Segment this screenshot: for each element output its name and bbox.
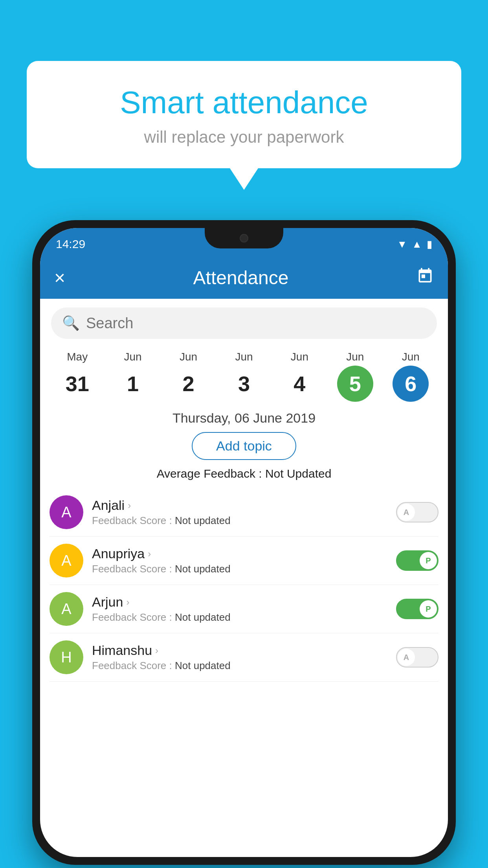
- calendar-day-item[interactable]: Jun4: [272, 351, 327, 402]
- calendar-icon: [416, 267, 434, 285]
- attendance-toggle[interactable]: A: [396, 647, 438, 668]
- student-name: Anjali ›: [92, 498, 387, 513]
- wifi-icon: ▼: [397, 238, 407, 250]
- cal-day-number[interactable]: 6: [393, 366, 429, 402]
- calendar-row: May31Jun1Jun2Jun3Jun4Jun5Jun6: [40, 348, 448, 402]
- student-info: Himanshu ›Feedback Score : Not updated: [92, 643, 387, 672]
- attendance-toggle[interactable]: P: [396, 599, 438, 619]
- phone-frame: 14:29 ▼ ▲ ▮ × Attendance 🔍: [32, 220, 456, 865]
- avg-feedback: Average Feedback : Not Updated: [40, 467, 448, 480]
- search-bar[interactable]: 🔍: [51, 307, 437, 339]
- calendar-day-item[interactable]: Jun2: [161, 351, 216, 402]
- student-item[interactable]: AAnjali ›Feedback Score : Not updatedA: [50, 488, 438, 537]
- student-name: Himanshu ›: [92, 643, 387, 658]
- feedback-value: Not updated: [175, 563, 231, 575]
- cal-month-label: Jun: [346, 351, 364, 363]
- cal-month-label: Jun: [402, 351, 420, 363]
- chevron-right-icon: ›: [148, 548, 151, 559]
- feedback-value: Not updated: [175, 515, 231, 526]
- cal-month-label: Jun: [124, 351, 142, 363]
- calendar-day-item[interactable]: Jun6: [383, 351, 438, 402]
- close-button[interactable]: ×: [54, 267, 65, 289]
- cal-day-number[interactable]: 5: [337, 366, 373, 402]
- student-item[interactable]: HHimanshu ›Feedback Score : Not updatedA: [50, 633, 438, 682]
- calendar-day-item[interactable]: Jun5: [327, 351, 383, 402]
- student-name: Anupriya ›: [92, 546, 387, 561]
- avg-feedback-label: Average Feedback :: [157, 467, 265, 480]
- student-info: Anjali ›Feedback Score : Not updated: [92, 498, 387, 527]
- toggle-thumb: P: [420, 552, 437, 569]
- student-info: Anupriya ›Feedback Score : Not updated: [92, 546, 387, 575]
- selected-date: Thursday, 06 June 2019: [40, 410, 448, 426]
- toggle-track: A: [396, 502, 438, 522]
- battery-icon: ▮: [427, 238, 432, 250]
- speech-bubble: Smart attendance will replace your paper…: [27, 61, 461, 168]
- student-avatar: A: [50, 495, 83, 529]
- student-item[interactable]: AAnupriya ›Feedback Score : Not updatedP: [50, 537, 438, 585]
- toggle-thumb: A: [398, 649, 415, 666]
- student-feedback: Feedback Score : Not updated: [92, 611, 387, 623]
- calendar-day-item[interactable]: Jun1: [105, 351, 160, 402]
- search-icon: 🔍: [62, 315, 80, 331]
- cal-day-number[interactable]: 4: [281, 366, 317, 402]
- toggle-track: P: [396, 550, 438, 571]
- chevron-right-icon: ›: [155, 645, 158, 656]
- toggle-track: A: [396, 647, 438, 668]
- camera-dot: [240, 234, 248, 243]
- cal-day-number[interactable]: 31: [59, 366, 95, 402]
- speech-bubble-container: Smart attendance will replace your paper…: [27, 61, 461, 168]
- student-avatar: A: [50, 544, 83, 577]
- screen-content: 🔍 May31Jun1Jun2Jun3Jun4Jun5Jun6 Thursday…: [40, 299, 448, 682]
- avg-feedback-value: Not Updated: [265, 467, 331, 480]
- cal-day-number[interactable]: 1: [115, 366, 151, 402]
- bubble-title: Smart attendance: [46, 85, 442, 121]
- toggle-thumb: P: [420, 600, 437, 618]
- phone-inner: 14:29 ▼ ▲ ▮ × Attendance 🔍: [40, 228, 448, 857]
- cal-day-number[interactable]: 3: [226, 366, 262, 402]
- header-title: Attendance: [65, 267, 416, 289]
- phone-notch: [205, 228, 283, 248]
- calendar-button[interactable]: [416, 267, 434, 288]
- student-item[interactable]: AArjun ›Feedback Score : Not updatedP: [50, 585, 438, 633]
- student-feedback: Feedback Score : Not updated: [92, 660, 387, 672]
- status-icons: ▼ ▲ ▮: [397, 238, 432, 250]
- attendance-toggle[interactable]: P: [396, 550, 438, 571]
- student-info: Arjun ›Feedback Score : Not updated: [92, 594, 387, 623]
- search-input[interactable]: [86, 315, 426, 332]
- student-avatar: A: [50, 592, 83, 626]
- student-feedback: Feedback Score : Not updated: [92, 563, 387, 575]
- status-time: 14:29: [56, 237, 85, 251]
- chevron-right-icon: ›: [126, 597, 129, 608]
- app-header: × Attendance: [40, 256, 448, 299]
- toggle-track: P: [396, 599, 438, 619]
- feedback-value: Not updated: [175, 611, 231, 623]
- cal-month-label: Jun: [235, 351, 253, 363]
- cal-day-number[interactable]: 2: [171, 366, 207, 402]
- cal-month-label: Jun: [180, 351, 197, 363]
- chevron-right-icon: ›: [128, 500, 131, 511]
- feedback-value: Not updated: [175, 660, 231, 671]
- calendar-day-item[interactable]: Jun3: [216, 351, 272, 402]
- cal-month-label: May: [67, 351, 88, 363]
- add-topic-button[interactable]: Add topic: [192, 432, 296, 460]
- bubble-subtitle: will replace your paperwork: [46, 128, 442, 147]
- student-feedback: Feedback Score : Not updated: [92, 515, 387, 527]
- calendar-day-item[interactable]: May31: [50, 351, 105, 402]
- student-name: Arjun ›: [92, 594, 387, 610]
- signal-icon: ▲: [412, 238, 422, 250]
- student-avatar: H: [50, 640, 83, 674]
- student-list: AAnjali ›Feedback Score : Not updatedAAA…: [40, 488, 448, 682]
- cal-month-label: Jun: [291, 351, 308, 363]
- toggle-thumb: A: [398, 504, 415, 521]
- attendance-toggle[interactable]: A: [396, 502, 438, 522]
